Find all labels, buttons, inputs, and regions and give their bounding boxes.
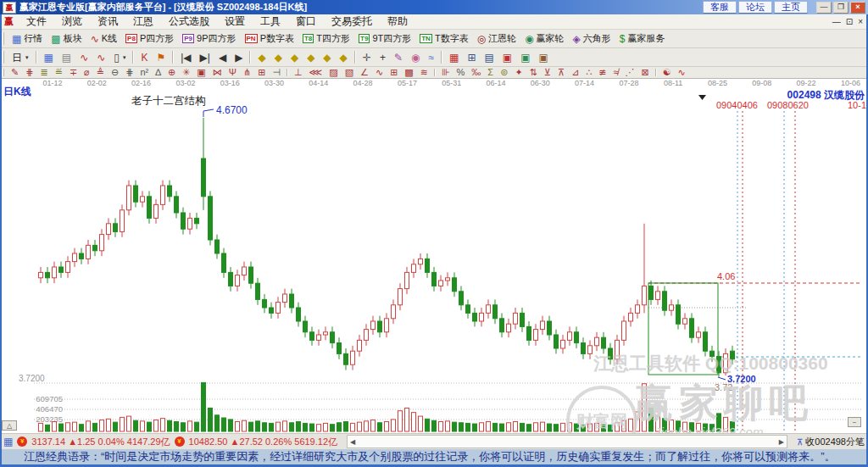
toolbar-icon-18[interactable]: ◆ xyxy=(287,51,303,64)
toolbar-icon-24[interactable]: ∠ xyxy=(357,67,372,78)
toolbar-icon-9[interactable]: n² xyxy=(136,67,152,78)
minimize-button[interactable]: — xyxy=(816,2,832,14)
toolbar-icon-44[interactable]: ⊠ xyxy=(637,67,652,78)
title-bar[interactable]: 赢 赢家江恩专业版[赢家内部服务平台] - [汉缆股份 SZ002498-184… xyxy=(0,0,868,14)
toolbar-icon-15[interactable]: Ψ xyxy=(225,67,240,78)
kline-chart-canvas[interactable]: 01-1202-0202-1603-0203-1603-3004-1404-28… xyxy=(0,79,868,433)
toolbar-button-quotes[interactable]: ▦行情 xyxy=(8,31,47,47)
toolbar-icon-43[interactable]: ⋰ xyxy=(621,67,637,78)
toolbar-button-p-square[interactable]: P8P四方形 xyxy=(121,31,178,47)
toolbar-icon-21[interactable]: ◆ xyxy=(336,51,352,64)
toolbar-icon-37[interactable]: ⊻ xyxy=(541,67,554,78)
shanghai-index-quote[interactable]: 3137.14 ▲1.25 0.04% 4147.29亿 xyxy=(31,436,170,448)
toolbar-icon-34[interactable]: ⊚ xyxy=(497,67,511,78)
toolbar-icon-28[interactable]: ≋ xyxy=(417,67,431,78)
close-button[interactable]: × xyxy=(850,2,865,14)
toolbar-icon-19[interactable]: ◆ xyxy=(303,51,319,64)
toolbar-icon-11[interactable]: ⊕ xyxy=(164,67,179,78)
toolbar-icon-13[interactable]: ▣ xyxy=(193,67,209,78)
toolbar-icon-11[interactable]: |◀ xyxy=(176,51,195,64)
toolbar-icon-33[interactable]: ▣ xyxy=(516,51,534,64)
toolbar-icon-27[interactable]: ▩ xyxy=(401,67,416,78)
toolbar-icon-29[interactable]: ▦ xyxy=(445,51,463,64)
toolbar-icon-20[interactable]: ⊥ xyxy=(291,67,306,78)
toolbar-icon-2[interactable]: ▦ xyxy=(40,51,58,64)
toolbar-icon-4[interactable]: ∿ xyxy=(75,51,92,64)
toolbar-button-kline[interactable]: ∿K线 xyxy=(86,31,121,47)
toolbar-icon-31[interactable]: ▤ xyxy=(480,51,498,64)
toolbar-icon-5[interactable]: ⌀ xyxy=(81,67,93,78)
toolbar-icon-23[interactable]: ✛ xyxy=(359,51,376,64)
toolbar-icon-30[interactable]: ⊪ xyxy=(438,67,453,78)
toolbar-icon-13[interactable]: ◀ xyxy=(214,51,231,64)
toolbar-icon-17[interactable]: ⊞ xyxy=(254,67,269,78)
toolbar-button-winner-wheel[interactable]: ◉赢家轮 xyxy=(520,31,568,47)
toolbar-button-hexagon[interactable]: ◈六角形 xyxy=(569,31,615,47)
toolbar-icon-6[interactable]: ▯▾ xyxy=(109,51,130,64)
child-restore-icon[interactable]: ⊡ xyxy=(846,17,853,26)
toolbar-icon-10[interactable]: ∆ xyxy=(152,67,164,78)
toolbar-icon-21[interactable]: ⋘ xyxy=(306,67,326,78)
toolbar-icon-3[interactable]: ▤ xyxy=(58,51,75,64)
menu-item-2[interactable]: 资讯 xyxy=(90,14,125,29)
scroll-left-icon[interactable]: ◀ xyxy=(348,438,358,446)
child-minimize-icon[interactable]: — xyxy=(832,17,841,26)
pane-collapse-button[interactable]: − xyxy=(848,417,861,427)
toolbar-icon-20[interactable]: ◆ xyxy=(319,51,335,64)
toolbar-icon-36[interactable]: ⇅ xyxy=(526,67,541,78)
toolbar-icon-25[interactable]: ∿ xyxy=(372,67,387,78)
toolbar-icon-31[interactable]: % xyxy=(453,67,469,78)
toolbar-icon-40[interactable]: ∴ xyxy=(582,67,595,78)
toolbar-icon-46[interactable]: ☯ xyxy=(659,67,675,78)
menu-item-7[interactable]: 窗口 xyxy=(288,14,324,29)
toolbar-icon-26[interactable]: ⊞ xyxy=(387,67,401,78)
tick-data-link[interactable]: ⊼ 收002498分笔 xyxy=(797,436,865,448)
toolbar-icon-7[interactable]: ⊖ xyxy=(108,67,122,78)
homepage-button[interactable]: 主页 xyxy=(774,1,808,14)
toolbar-icon-3[interactable]: ≝ xyxy=(52,67,66,78)
toolbar-icon-25[interactable]: ✎ xyxy=(390,51,407,64)
toolbar-icon-33[interactable]: Σ xyxy=(484,67,497,78)
shenzhen-index-quote[interactable]: 10482.50 ▲27.52 0.26% 5619.12亿 xyxy=(189,436,337,448)
toolbar-icon-26[interactable]: ◉ xyxy=(407,51,424,64)
toolbar-icon-12[interactable]: ✳ xyxy=(179,67,193,78)
forum-button[interactable]: 论坛 xyxy=(738,1,772,14)
toolbar-icon-5[interactable]: ∿ xyxy=(92,51,109,64)
menu-item-5[interactable]: 设置 xyxy=(217,14,253,29)
menu-item-0[interactable]: 文件 xyxy=(19,14,54,29)
toolbar-icon-23[interactable]: ▧ xyxy=(342,67,357,78)
toolbar-button-winner-service[interactable]: $赢家服务 xyxy=(615,31,670,47)
toolbar-icon-8[interactable]: ⋕ xyxy=(122,67,136,78)
toolbar-icon-14[interactable]: ▶ xyxy=(231,51,247,64)
toolbar-button-sectors[interactable]: ▩板块 xyxy=(47,31,86,47)
toolbar-button-gann-wheel[interactable]: ◎江恩轮 xyxy=(473,31,520,47)
menu-item-8[interactable]: 交易委托 xyxy=(324,14,380,29)
toolbar-button-p-number[interactable]: PNP数字表 xyxy=(241,31,298,47)
toolbar-icon-12[interactable]: ▶| xyxy=(196,51,214,64)
menu-item-3[interactable]: 江恩 xyxy=(125,14,161,29)
toolbar-icon-14[interactable]: ⋈ xyxy=(209,67,225,78)
scroll-right-icon[interactable]: ▶ xyxy=(776,438,787,446)
toolbar-icon-47[interactable]: ∿ xyxy=(675,67,689,78)
toolbar-icon-38[interactable]: ⊼ xyxy=(554,67,568,78)
toolbar-icon-16[interactable]: ◆ xyxy=(253,51,270,64)
chart-area[interactable]: 01-1202-0202-1603-0203-1603-3004-1404-28… xyxy=(0,79,868,433)
toolbar-icon-8[interactable]: K xyxy=(136,51,152,64)
toolbar-icon-4[interactable]: ∓ xyxy=(66,67,81,78)
menu-item-1[interactable]: 浏览 xyxy=(54,14,90,29)
toolbar-icon-39[interactable]: ⊿ xyxy=(568,67,582,78)
toolbar-icon-9[interactable]: ⚑ xyxy=(152,51,170,64)
quote-grid-icon[interactable]: ▦ xyxy=(3,436,13,447)
toolbar-icon-30[interactable]: ⊞ xyxy=(463,51,480,64)
toolbar-icon-32[interactable]: ▣ xyxy=(498,51,516,64)
toolbar-icon-35[interactable]: ✦ xyxy=(511,67,526,78)
toolbar-icon-41[interactable]: ≇ xyxy=(595,67,609,78)
child-close-icon[interactable]: × xyxy=(858,17,863,26)
toolbar-icon-1[interactable]: ⋕ xyxy=(22,67,36,78)
menu-item-9[interactable]: 帮助 xyxy=(380,14,415,29)
horizontal-scrollbar[interactable]: ◀ ▶ xyxy=(347,435,787,448)
toolbar-button-9t-square[interactable]: T99T四方形 xyxy=(354,31,415,47)
toolbar-button-t-square[interactable]: T8T四方形 xyxy=(298,31,354,47)
toolbar-icon-17[interactable]: ◆ xyxy=(270,51,287,64)
customer-service-button[interactable]: 客服 xyxy=(703,1,737,14)
